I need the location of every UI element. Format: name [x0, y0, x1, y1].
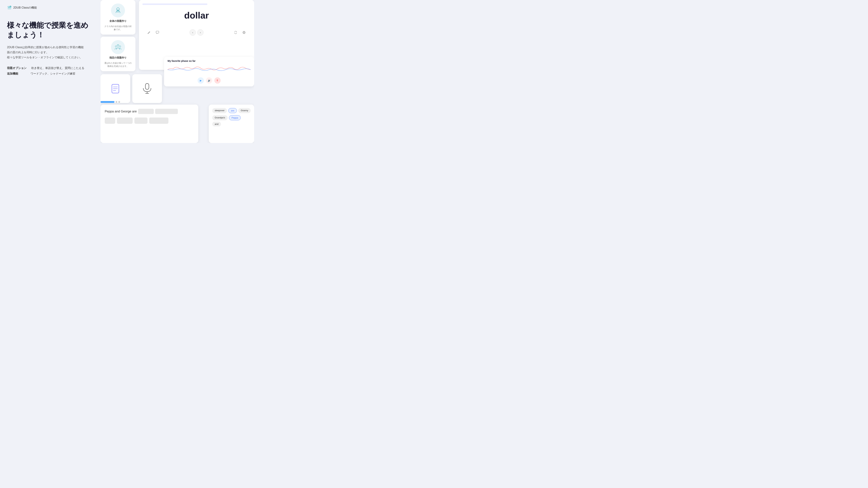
blank-2: [155, 109, 178, 114]
feature1-label: 宿題オプション: [7, 66, 27, 69]
waveform-title: My favorite phase so far: [167, 60, 251, 62]
prev-btn[interactable]: ‹: [190, 29, 196, 36]
icon-group-right: [232, 29, 247, 36]
description: 2DUB Classは効率的に授業が進められる便利性と学習の機能 面の質の向上を…: [7, 45, 94, 60]
pencil-icon-btn[interactable]: [146, 29, 152, 36]
notes-card: [100, 74, 130, 103]
icon-group-left: [146, 29, 161, 36]
features: 宿題オプション 吹き替え、単語並び替え、質問にこたえる 追加機能 ワードブック、…: [7, 65, 94, 77]
progress-dot-2: [118, 101, 120, 103]
chip-granny[interactable]: Granny: [238, 108, 251, 113]
homework-selected-card: 指定の宿題作り 選ばれた生徒が揃って一つの動画を完成させます。: [100, 37, 135, 71]
notes-icon: [109, 83, 122, 95]
svg-point-6: [115, 46, 117, 47]
pencil-icon: [147, 31, 151, 34]
globe-icon: [242, 31, 246, 34]
svg-point-7: [119, 46, 121, 47]
chip-peppa[interactable]: Peppa: [229, 115, 241, 120]
feature1-value: 吹き替え、単語並び替え、質問にこたえる: [31, 66, 84, 69]
logo-area: 2DUB Classの機能: [7, 5, 94, 10]
right-panel: 全体の宿題作り クラス内の全生徒が宿題の対象です。 指定の宿題作り: [100, 0, 254, 143]
chat-icon-btn[interactable]: [154, 29, 161, 36]
word-placeholders: [105, 118, 194, 124]
placeholder-2: [117, 118, 133, 124]
homework-selected-title: 指定の宿題作り: [110, 56, 127, 59]
progress-dots: [100, 101, 120, 103]
word-chips-panel: sleepover are Granny Grandpa's Peppa and: [209, 104, 254, 143]
desc-line-3: 様々な学習ツールをオン・オフラインで確認してください。: [7, 56, 82, 59]
group-icon-circle: [111, 40, 125, 54]
svg-rect-8: [156, 31, 159, 33]
nav-controls: ‹ ›: [143, 29, 251, 36]
word-sort-panel: Peppa and George are: [100, 104, 198, 143]
playback-controls: ▶ 🔊 🎙: [167, 78, 251, 84]
feature2-label: 追加機能: [7, 72, 18, 75]
mic-record-button[interactable]: 🎙: [214, 78, 221, 84]
svg-point-5: [117, 44, 119, 46]
feature-1-row: 宿題オプション 吹き替え、単語並び替え、質問にこたえる: [7, 65, 94, 71]
placeholder-3: [134, 118, 148, 124]
main-heading: 様々な機能で授業を進めましょう！: [7, 21, 94, 40]
waveform-card: My favorite phase so far ▶ 🔊 🎙: [164, 57, 254, 86]
chip-sleepover[interactable]: sleepover: [212, 108, 227, 113]
reading-icon-circle: [111, 3, 125, 18]
repeat-icon: [234, 31, 237, 34]
feature-2-row: 追加機能 ワードブック、シャドーイング練習: [7, 71, 94, 77]
middle-row: My favorite phase so far ▶ 🔊 🎙: [100, 74, 254, 104]
logo-icon: [7, 5, 12, 10]
volume-button[interactable]: 🔊: [206, 78, 212, 84]
globe-icon-btn[interactable]: [241, 29, 247, 36]
homework-all-title: 全体の宿題作り: [110, 20, 127, 23]
desc-line-1: 2DUB Classは効率的に授業が進められる便利性と学習の機能: [7, 46, 84, 49]
left-panel: 2DUB Classの機能 様々な機能で授業を進めましょう！ 2DUB Clas…: [0, 0, 101, 143]
progress-bar-top: [143, 3, 207, 5]
vocab-word: dollar: [143, 10, 251, 21]
placeholder-4: [149, 118, 168, 124]
svg-point-0: [9, 6, 11, 7]
progress-dot-active: [100, 101, 115, 103]
placeholder-1: [105, 118, 115, 124]
desc-line-2: 面の質の向上を同時に行います。: [7, 51, 49, 54]
sentence-area: Peppa and George are: [105, 109, 194, 114]
blank-1: [138, 109, 154, 114]
repeat-icon-btn[interactable]: [232, 29, 239, 36]
homework-all-desc: クラス内の全生徒が宿題の対象です。: [104, 25, 132, 31]
nav-arrow-group: ‹ ›: [190, 29, 204, 36]
chip-grandpas[interactable]: Grandpa's: [212, 115, 227, 120]
play-button[interactable]: ▶: [197, 78, 204, 84]
chip-are[interactable]: are: [228, 108, 237, 113]
mic-icon: [142, 83, 152, 95]
chip-row-2: Grandpa's Peppa and: [212, 115, 251, 126]
feature2-value: ワードブック、シャドーイング練習: [31, 72, 75, 75]
chip-row-1: sleepover are Granny: [212, 108, 251, 113]
homework-all-card: 全体の宿題作り クラス内の全生徒が宿題の対象です。: [100, 0, 135, 35]
sentence-text: Peppa and George are: [105, 110, 137, 113]
logo-text: 2DUB Classの機能: [13, 6, 37, 9]
homework-selected-desc: 選ばれた生徒が揃って一つの動画を完成させます。: [104, 61, 132, 68]
mic-card: [132, 74, 162, 103]
chip-and[interactable]: and: [212, 122, 221, 126]
next-btn[interactable]: ›: [197, 29, 204, 36]
waveform-svg: [167, 64, 251, 75]
group-icon: [114, 43, 122, 51]
chat-icon: [156, 31, 159, 34]
svg-rect-14: [145, 84, 149, 89]
progress-dot-1: [116, 101, 117, 103]
reading-icon: [114, 6, 122, 15]
